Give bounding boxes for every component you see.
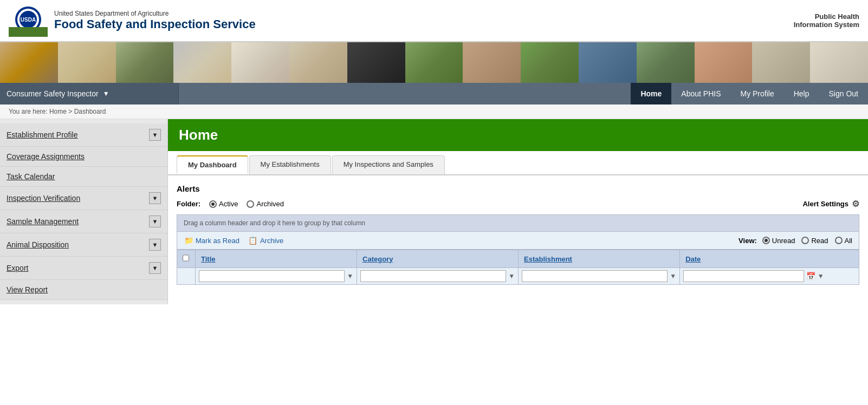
page-title: Home <box>179 127 857 143</box>
alert-settings-button[interactable]: Alert Settings ⚙ <box>802 199 859 209</box>
toolbar-left: 📁 Mark as Read 📋 Archive <box>184 236 283 245</box>
sidebar-item-task-calendar[interactable]: Task Calendar <box>0 167 167 187</box>
filter-category-cell: ▼ <box>357 268 519 285</box>
svg-rect-4 <box>9 27 48 37</box>
photo-10 <box>521 42 579 83</box>
table-toolbar: 📁 Mark as Read 📋 Archive View: Unread <box>177 232 859 250</box>
header-text: United States Department of Agriculture … <box>54 10 256 31</box>
folder-row: Folder: Active Archived Alert Settings <box>177 199 859 209</box>
calendar-icon[interactable]: 📅 <box>806 272 815 280</box>
breadcrumb: You are here: Home > Dashboard <box>0 104 868 119</box>
filter-date-cell: 📅 ▼ <box>680 268 859 285</box>
sidebar-label-task-calendar: Task Calendar <box>7 172 55 181</box>
tab-my-inspections[interactable]: My Inspections and Samples <box>332 155 445 174</box>
col-date[interactable]: Date <box>680 250 859 268</box>
usda-logo: USDA <box>9 4 48 37</box>
tab-my-dashboard[interactable]: My Dashboard <box>177 155 248 174</box>
drag-hint: Drag a column header and drop it here to… <box>177 214 859 232</box>
view-unread[interactable]: Unread <box>762 237 795 245</box>
view-read[interactable]: Read <box>801 237 828 245</box>
col-title[interactable]: Title <box>196 250 357 268</box>
radio-archived-label: Archived <box>256 200 284 208</box>
alert-settings-label: Alert Settings <box>802 200 848 208</box>
sidebar-arrow-sample-management[interactable]: ▼ <box>149 215 161 227</box>
sidebar-label-view-report: View Report <box>7 285 48 294</box>
role-selector[interactable]: Consumer Safety Inspector ▼ <box>0 83 179 104</box>
filter-establishment-input[interactable] <box>522 270 668 282</box>
content-area: Establishment Profile ▼ Coverage Assignm… <box>0 119 868 304</box>
table-filter-row: ▼ ▼ ▼ <box>177 268 859 285</box>
sidebar-label-animal-disposition: Animal Disposition <box>7 240 69 249</box>
col-checkbox <box>177 250 196 268</box>
select-all-checkbox[interactable] <box>183 254 189 262</box>
photo-6 <box>289 42 347 83</box>
filter-title-input[interactable] <box>199 270 345 282</box>
sidebar-item-coverage-assignments[interactable]: Coverage Assignments <box>0 147 167 167</box>
photo-7 <box>347 42 405 83</box>
photo-8 <box>405 42 463 83</box>
filter-check-col <box>177 268 196 285</box>
sidebar-arrow-export[interactable]: ▼ <box>149 262 161 274</box>
view-all-circle <box>835 237 843 244</box>
mark-as-read-button[interactable]: 📁 Mark as Read <box>184 236 239 245</box>
role-label: Consumer Safety Inspector <box>7 89 99 98</box>
sidebar-label-export: Export <box>7 264 28 272</box>
sidebar-item-animal-disposition[interactable]: Animal Disposition ▼ <box>0 233 167 257</box>
photo-1 <box>0 42 58 83</box>
nav-home[interactable]: Home <box>631 83 671 104</box>
sidebar: Establishment Profile ▼ Coverage Assignm… <box>0 119 168 304</box>
filter-establishment-icon[interactable]: ▼ <box>670 272 676 280</box>
svg-text:USDA: USDA <box>21 17 36 23</box>
gear-icon: ⚙ <box>852 199 859 209</box>
home-header: Home <box>168 119 868 151</box>
view-all[interactable]: All <box>835 237 852 245</box>
sidebar-arrow-establishment-profile[interactable]: ▼ <box>149 129 161 141</box>
view-all-label: All <box>845 237 852 245</box>
col-establishment[interactable]: Establishment <box>519 250 680 268</box>
archive-button[interactable]: 📋 Archive <box>248 236 283 245</box>
filter-date-input[interactable] <box>683 270 804 282</box>
alerts-table: Title Category Establishment Date ▼ <box>177 250 859 285</box>
radio-archived[interactable]: Archived <box>247 200 284 208</box>
sidebar-item-inspection-verification[interactable]: Inspection Verification ▼ <box>0 187 167 210</box>
photo-5 <box>231 42 289 83</box>
sidebar-item-establishment-profile[interactable]: Establishment Profile ▼ <box>0 123 167 147</box>
sidebar-item-view-report[interactable]: View Report <box>0 280 167 300</box>
role-dropdown-arrow: ▼ <box>103 90 109 97</box>
nav-links: Home About PHIS My Profile Help Sign Out <box>631 83 868 104</box>
view-unread-label: Unread <box>772 237 795 245</box>
tabs-container: My Dashboard My Establishments My Inspec… <box>168 151 868 175</box>
tab-my-establishments[interactable]: My Establishments <box>249 155 331 174</box>
sidebar-label-coverage-assignments: Coverage Assignments <box>7 152 85 161</box>
sidebar-arrow-inspection-verification[interactable]: ▼ <box>149 192 161 204</box>
radio-active-label: Active <box>219 200 238 208</box>
col-category[interactable]: Category <box>357 250 519 268</box>
photo-3 <box>116 42 174 83</box>
nav-help[interactable]: Help <box>784 83 819 104</box>
toolbar-right: View: Unread Read All <box>739 237 852 245</box>
sidebar-arrow-animal-disposition[interactable]: ▼ <box>149 239 161 251</box>
nav-signout[interactable]: Sign Out <box>819 83 868 104</box>
nav-about[interactable]: About PHIS <box>671 83 730 104</box>
view-options: Unread Read All <box>762 237 852 245</box>
sidebar-item-sample-management[interactable]: Sample Management ▼ <box>0 210 167 233</box>
alerts-title: Alerts <box>177 184 859 193</box>
radio-active[interactable]: Active <box>209 200 238 208</box>
view-label: View: <box>739 237 757 245</box>
agency-name: Food Safety and Inspection Service <box>54 17 256 31</box>
filter-category-icon[interactable]: ▼ <box>508 272 515 280</box>
filter-title-icon[interactable]: ▼ <box>347 272 353 280</box>
photo-13 <box>695 42 753 83</box>
sidebar-item-export[interactable]: Export ▼ <box>0 257 167 280</box>
filter-category-input[interactable] <box>360 270 506 282</box>
photo-strip <box>0 42 868 83</box>
photo-11 <box>579 42 637 83</box>
page-header: USDA United States Department of Agricul… <box>0 0 868 104</box>
filter-date-icon[interactable]: ▼ <box>818 272 824 280</box>
photo-4 <box>173 42 231 83</box>
filter-establishment-cell: ▼ <box>519 268 680 285</box>
nav-myprofile[interactable]: My Profile <box>730 83 783 104</box>
sidebar-label-sample-management: Sample Management <box>7 217 79 226</box>
sidebar-label-establishment-profile: Establishment Profile <box>7 130 78 139</box>
nav-bar: Consumer Safety Inspector ▼ Home About P… <box>0 83 868 104</box>
